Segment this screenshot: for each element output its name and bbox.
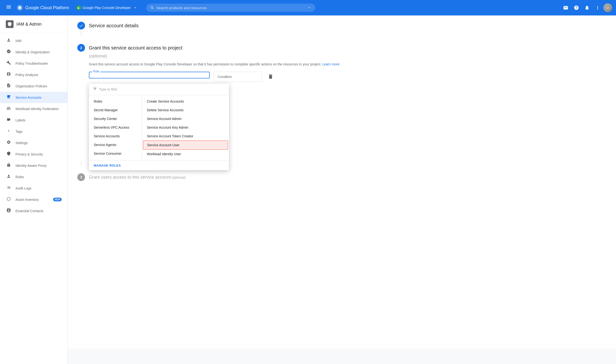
dropdown-left-service-agents[interactable]: Service Agents bbox=[89, 141, 142, 149]
sidebar-label-labels: Labels bbox=[15, 118, 62, 122]
svg-point-1 bbox=[19, 7, 21, 9]
sidebar-item-policy-troubleshooter[interactable]: Policy Troubleshooter bbox=[0, 58, 67, 69]
new-badge: NEW bbox=[53, 198, 62, 201]
sidebar-item-iam[interactable]: IAM bbox=[0, 35, 67, 46]
role-dropdown: RolesSecret ManagerSecurity CenterServer… bbox=[89, 84, 229, 170]
dropdown-right-workload-identity-user[interactable]: Workload Identity User bbox=[142, 150, 229, 158]
dropdown-body: RolesSecret ManagerSecurity CenterServer… bbox=[89, 95, 229, 160]
delete-role-button[interactable] bbox=[266, 72, 275, 83]
step-1-connector bbox=[81, 31, 81, 36]
sidebar-item-tags[interactable]: Tags bbox=[0, 126, 67, 137]
sidebar-label-service-accounts: Service Accounts bbox=[15, 96, 62, 99]
step-1-title: Service account details bbox=[89, 23, 139, 28]
dropdown-right-delete-service-accounts[interactable]: Delete Service Accounts bbox=[142, 106, 229, 114]
sidebar-item-asset-inventory[interactable]: Asset InventoryNEW bbox=[0, 194, 67, 205]
dropdown-left-panel: RolesSecret ManagerSecurity CenterServer… bbox=[89, 95, 142, 160]
app-logo: Google Cloud Platform bbox=[16, 4, 69, 11]
role-field-label: Role bbox=[92, 70, 100, 73]
dropdown-left-roles[interactable]: Roles bbox=[89, 97, 142, 106]
sidebar-item-service-accounts[interactable]: Service Accounts bbox=[0, 92, 67, 103]
sidebar-label-asset-inventory: Asset Inventory bbox=[15, 198, 49, 202]
sidebar-icon-workload-identity bbox=[6, 106, 12, 112]
sidebar-icon-labels bbox=[6, 117, 12, 123]
sidebar-item-privacy-security[interactable]: Privacy & Security bbox=[0, 148, 67, 160]
dropdown-right-service-account-admin[interactable]: Service Account Admin bbox=[142, 114, 229, 123]
sidebar-item-audit-logs[interactable]: Audit Logs bbox=[0, 182, 67, 194]
email-icon[interactable] bbox=[561, 3, 571, 13]
sidebar-label-essential-contacts: Essential Contacts bbox=[15, 209, 62, 213]
step-2-description: Grant this service account access to Goo… bbox=[89, 62, 606, 67]
step-2-header: 2 Grant this service account access to p… bbox=[77, 44, 606, 52]
sidebar-icon-service-accounts bbox=[6, 95, 12, 100]
sidebar-item-identity-org[interactable]: Identity & Organization bbox=[0, 46, 67, 58]
search-input[interactable] bbox=[156, 6, 305, 10]
sidebar-item-labels[interactable]: Labels bbox=[0, 114, 67, 126]
sidebar-title: IAM & Admin bbox=[16, 22, 41, 27]
sidebar-header: IAM & Admin bbox=[0, 15, 67, 33]
step-3-section: 3 Grant users access to this service acc… bbox=[77, 173, 606, 181]
sidebar-label-settings: Settings bbox=[15, 141, 62, 145]
project-icon: ▶ bbox=[76, 5, 81, 10]
dropdown-filter-input[interactable] bbox=[99, 87, 225, 91]
sidebar-label-workload-identity: Workload Identity Federation bbox=[15, 107, 62, 111]
sidebar-icon-policy-analyzer bbox=[6, 72, 12, 78]
dropdown-right-service-account-user[interactable]: Service Account User bbox=[143, 141, 228, 150]
dropdown-left-service-consumer[interactable]: Service Consumer bbox=[89, 149, 142, 158]
user-avatar[interactable]: U bbox=[603, 3, 612, 12]
checkmark-icon bbox=[79, 23, 83, 28]
step-1-circle bbox=[77, 22, 85, 29]
learn-more-link[interactable]: Learn more bbox=[322, 62, 340, 66]
sidebar-item-essential-contacts[interactable]: Essential Contacts bbox=[0, 205, 67, 217]
step-2-section: 2 Grant this service account access to p… bbox=[77, 44, 606, 166]
dropdown-right-service-account-key-admin[interactable]: Service Account Key Admin bbox=[142, 123, 229, 132]
dropdown-left-secret-manager[interactable]: Secret Manager bbox=[89, 106, 142, 114]
project-selector[interactable]: ▶ Google Play Console Developer bbox=[74, 4, 139, 12]
condition-field[interactable]: Condition bbox=[214, 72, 262, 82]
sidebar: IAM & Admin IAMIdentity & OrganizationPo… bbox=[0, 15, 68, 349]
step-2-title: Grant this service account access to pro… bbox=[89, 45, 182, 51]
shield-icon bbox=[6, 20, 13, 28]
sidebar-item-org-policies[interactable]: Organization Policies bbox=[0, 80, 67, 92]
nav-actions: U bbox=[561, 3, 612, 13]
sidebar-icon-audit-logs bbox=[6, 185, 12, 191]
sidebar-item-roles[interactable]: Roles bbox=[0, 171, 67, 182]
sidebar-icon-privacy-security bbox=[6, 151, 12, 157]
sidebar-label-roles: Roles bbox=[15, 175, 62, 179]
sidebar-icon-org-policies bbox=[6, 83, 12, 89]
top-nav: Google Cloud Platform ▶ Google Play Cons… bbox=[0, 0, 616, 15]
filter-icon bbox=[93, 87, 97, 92]
search-bar[interactable] bbox=[146, 4, 315, 12]
sidebar-icon-identity-aware-proxy bbox=[6, 163, 12, 168]
dropdown-left-serverless-vpc[interactable]: Serverless VPC Access bbox=[89, 123, 142, 132]
sidebar-item-settings[interactable]: Settings bbox=[0, 137, 67, 148]
dropdown-right-create-service-accounts[interactable]: Create Service Accounts bbox=[142, 97, 229, 106]
search-icon bbox=[150, 6, 154, 10]
sidebar-icon-essential-contacts bbox=[6, 208, 12, 214]
manage-roles-button[interactable]: MANAGE ROLES bbox=[94, 164, 121, 167]
step-3-title: Grant users access to this service accou… bbox=[89, 175, 171, 180]
hamburger-menu[interactable] bbox=[4, 2, 13, 13]
help-icon[interactable] bbox=[572, 3, 581, 13]
notifications-icon[interactable] bbox=[582, 3, 592, 13]
role-field[interactable]: Role bbox=[89, 72, 210, 78]
sidebar-item-workload-identity[interactable]: Workload Identity Federation bbox=[0, 103, 67, 114]
more-options-icon[interactable] bbox=[593, 3, 603, 13]
sidebar-label-audit-logs: Audit Logs bbox=[15, 186, 62, 190]
dropdown-left-security-center[interactable]: Security Center bbox=[89, 114, 142, 123]
search-dropdown-icon bbox=[307, 6, 311, 10]
step-2-connector bbox=[81, 161, 81, 166]
sidebar-icon-settings bbox=[6, 140, 12, 145]
sidebar-icon-roles bbox=[6, 174, 12, 180]
step-1-section: Service account details bbox=[77, 22, 606, 36]
sidebar-label-org-policies: Organization Policies bbox=[15, 84, 62, 88]
dropdown-left-service-accounts[interactable]: Service Accounts bbox=[89, 132, 142, 141]
dropdown-filter bbox=[89, 84, 229, 95]
dropdown-right-service-account-token-creator[interactable]: Service Account Token Creator bbox=[142, 132, 229, 141]
step-1-header: Service account details bbox=[77, 22, 606, 29]
step-2-title-block: Grant this service account access to pro… bbox=[89, 45, 182, 51]
sidebar-icon-policy-troubleshooter bbox=[6, 61, 12, 66]
sidebar-label-privacy-security: Privacy & Security bbox=[15, 152, 62, 156]
sidebar-item-identity-aware-proxy[interactable]: Identity-Aware Proxy bbox=[0, 160, 67, 171]
sidebar-icon-asset-inventory bbox=[6, 197, 12, 202]
sidebar-item-policy-analyzer[interactable]: Policy Analyzer bbox=[0, 69, 67, 80]
